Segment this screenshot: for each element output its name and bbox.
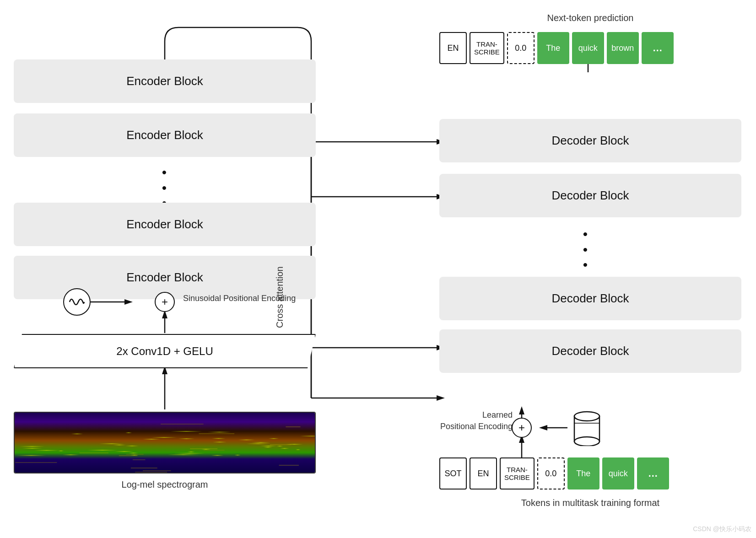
out-token-quick: quick [572, 32, 604, 64]
conv-block-label: 2x Conv1D + GELU [116, 345, 213, 358]
out-token-transcribe: TRAN-SCRIBE [470, 32, 504, 64]
decoder-plus-circle: + [512, 418, 532, 438]
out-token-00: 0.0 [507, 32, 535, 64]
out-token-brown: brown [607, 32, 639, 64]
in-token-ellipsis: … [637, 457, 669, 490]
next-token-prediction-label: Next-token prediction [439, 13, 741, 23]
in-token-en: EN [470, 457, 497, 490]
decoder-block-3-label: Decoder Block [551, 291, 629, 306]
sine-wave-icon [63, 288, 91, 316]
encoder-block-1-label: Encoder Block [126, 74, 203, 88]
svg-marker-10 [437, 395, 445, 401]
out-token-the: The [537, 32, 569, 64]
in-token-quick: quick [602, 457, 634, 490]
decoder-block-2-label: Decoder Block [551, 188, 629, 203]
encoder-plus-circle: + [155, 292, 175, 312]
svg-point-30 [574, 437, 599, 446]
decoder-block-1-label: Decoder Block [551, 134, 629, 148]
database-icon [572, 409, 602, 446]
decoder-plus-icon: + [518, 422, 525, 433]
diagram-container: Encoder Block Encoder Block ••• Encoder … [0, 0, 756, 538]
in-token-sot: SOT [439, 457, 467, 490]
spectrogram-label: Log-mel spectrogram [14, 479, 316, 490]
in-token-00: 0.0 [537, 457, 565, 490]
encoder-block-1: Encoder Block [14, 59, 316, 103]
encoder-block-3-label: Encoder Block [126, 217, 203, 231]
svg-marker-5 [124, 299, 133, 305]
decoder-block-1: Decoder Block [439, 119, 741, 162]
plus-icon: + [162, 296, 168, 307]
svg-marker-27 [539, 425, 547, 430]
decoder-block-3: Decoder Block [439, 277, 741, 320]
out-token-ellipsis: … [642, 32, 674, 64]
input-token-row: SOT EN TRAN-SCRIBE 0.0 The quick … [439, 457, 741, 490]
decoder-dots: ••• [572, 226, 599, 273]
svg-point-29 [574, 412, 599, 421]
encoder-block-4-label: Encoder Block [126, 270, 203, 285]
encoder-block-2: Encoder Block [14, 113, 316, 157]
in-token-the: The [567, 457, 599, 490]
encoder-block-3: Encoder Block [14, 203, 316, 246]
in-token-transcribe: TRAN-SCRIBE [500, 457, 535, 490]
learned-encoding-label: LearnedPositional Encoding [439, 409, 513, 432]
decoder-block-4-label: Decoder Block [551, 344, 629, 358]
conv-block: 2x Conv1D + GELU [14, 334, 316, 368]
svg-marker-25 [519, 406, 524, 414]
cross-attention-label: Cross attention [275, 252, 285, 343]
spectrogram [14, 412, 316, 473]
decoder-block-4: Decoder Block [439, 329, 741, 373]
encoder-block-2-label: Encoder Block [126, 128, 203, 142]
tokens-label: Tokens in multitask training format [439, 498, 741, 508]
out-token-en: EN [439, 32, 467, 64]
output-token-row: EN TRAN-SCRIBE 0.0 The quick brown … [439, 32, 741, 64]
decoder-block-2: Decoder Block [439, 174, 741, 217]
watermark: CSDN @快乐小码农 [693, 525, 751, 533]
